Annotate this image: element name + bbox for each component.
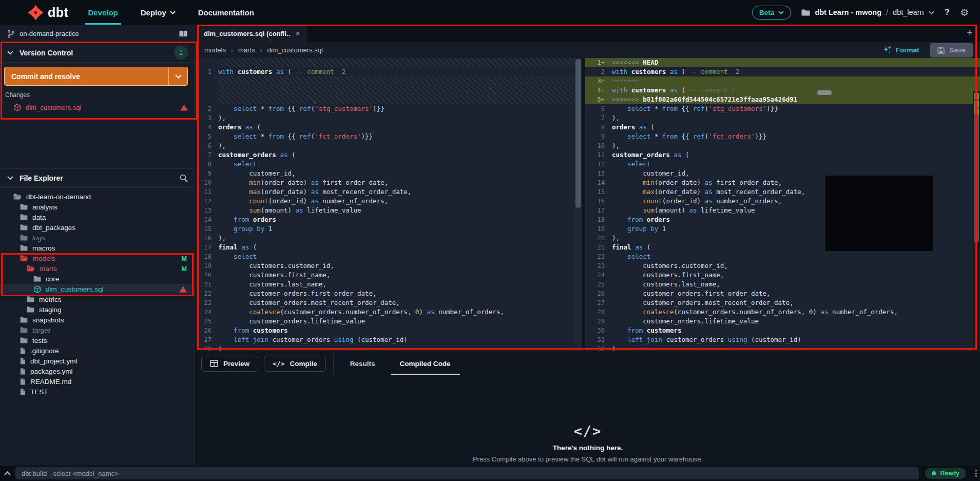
breadcrumb-segment[interactable]: models [204,46,226,54]
code-line-content: orders as ( [218,123,575,132]
line-number: 24 [585,271,612,280]
line-number: 16 [196,234,218,243]
compile-label: Compile [290,360,317,368]
tree-item-dbt-packages[interactable]: dbt_packages [0,222,195,233]
tree-item-readme-md[interactable]: README.md [0,376,195,387]
breadcrumb: models›marts›dim_customers.sql [204,46,883,54]
nav-item-deploy[interactable]: Deploy [141,0,176,25]
code-line: 12 select [585,160,980,169]
code-line: 24 customers.first_name, [585,271,980,280]
code-line-content: select [218,252,575,261]
results-controls: Preview </> Compile ResultsCompiled Code [196,351,980,376]
code-line-content [218,86,575,95]
diff-editor: 1with customers as ( -- comment 22 selec… [196,58,980,351]
tree-item-metrics[interactable]: metrics [0,294,195,304]
code-line-content: left join customer_orders using (custome… [612,335,980,344]
line-number: 13 [585,169,612,178]
compile-button[interactable]: </> Compile [264,356,326,372]
kebab-menu-icon[interactable]: ⋮ [972,469,980,478]
tree-item-tests[interactable]: tests [0,335,195,345]
chevron-up-icon[interactable] [0,471,15,475]
close-icon[interactable]: × [296,29,300,37]
beta-dropdown[interactable]: Beta [752,6,791,20]
black-overlay-box [825,176,933,251]
breadcrumb-segment[interactable]: marts [238,46,255,54]
code-line-content: from customers [612,326,980,335]
commit-button-label[interactable]: Commit and resolve [5,67,168,85]
tree-item-dbt-learn-on-demand[interactable]: dbt-learn-on-demand [0,191,195,202]
command-input[interactable] [15,467,919,479]
new-tab-button[interactable]: + [964,27,976,39]
code-line-content: customer_id, [218,169,575,178]
table-icon [210,360,218,367]
code-icon: </> [196,423,980,439]
line-number: 15 [196,224,218,234]
tree-item-label: logs [32,234,187,242]
branch-row[interactable]: on-demand-practice [0,25,195,43]
line-number: 13 [196,206,218,215]
breadcrumb-segment[interactable]: dim_customers.sql [267,46,322,54]
breadcrumb-separator: › [231,47,233,54]
environment-name[interactable]: dbt_learn [893,8,924,16]
nav-item-develop[interactable]: Develop [88,0,118,25]
nav-item-documentation[interactable]: Documentation [198,0,254,25]
scrollbar-thumb[interactable] [575,59,581,208]
sparkle-icon [883,46,892,54]
tree-item-core[interactable]: core [0,274,195,284]
tree-item-staging[interactable]: staging [0,304,195,315]
docs-book-icon[interactable] [179,30,188,37]
diff-pane-left[interactable]: 1with customers as ( -- comment 22 selec… [196,58,575,351]
results-tab-compiled-code[interactable]: Compiled Code [392,351,459,376]
save-button[interactable]: Save [930,43,973,57]
line-number: 4 [196,123,218,132]
file-tree: dbt-learn-on-demandanalysisdatadbt_packa… [0,191,195,397]
line-number: 31 [585,335,612,344]
tree-item-packages-yml[interactable]: packages.yml [0,366,195,376]
tree-item-snapshots[interactable]: snapshots [0,315,195,325]
results-tab-results[interactable]: Results [342,351,383,376]
line-number: 22 [585,252,612,261]
changed-file-row[interactable]: dim_customers.sql [0,102,195,113]
code-line-content: with customers as ( -- comment 2 [218,67,575,76]
gear-icon[interactable]: ⚙ [960,7,969,18]
project-name[interactable]: dbt Learn - mwong [815,8,881,16]
code-line-content: select * from {{ ref('stg_customers')}} [612,104,980,113]
tree-item-test[interactable]: TEST [0,387,195,397]
code-line-content: customers.customer_id, [612,261,980,271]
diff-mark [974,108,979,114]
tree-item-logs[interactable]: logs [0,233,195,243]
line-number: 11 [196,187,218,197]
dbt-logo[interactable]: dbt [0,0,88,25]
code-line-content [218,76,575,86]
tree-item-analysis[interactable]: analysis [0,202,195,212]
tree-item-dbt-project-yml[interactable]: dbt_project.yml [0,356,195,366]
commit-dropdown-toggle[interactable] [168,67,187,85]
tree-item-dim-customers-sql[interactable]: dim_customers.sql [0,284,195,294]
version-control-header[interactable]: Version Control 1 [0,43,195,63]
line-number: 26 [585,289,612,298]
line-number: 26 [196,326,218,335]
code-line: 13 sum(amount) as lifetime_value [196,206,575,215]
line-number: 29 [585,317,612,326]
search-icon[interactable] [180,174,188,182]
editor-tab-dim-customers[interactable]: dim_customers.sql (confli... × [196,25,306,42]
help-icon[interactable]: ? [945,7,950,17]
tree-item-target[interactable]: target [0,325,195,335]
line-number: 23 [585,261,612,271]
chevron-down-icon[interactable] [929,11,934,14]
tree-item-models[interactable]: modelsM [0,253,195,263]
scrollbar-thumb[interactable] [974,92,979,242]
file-icon [20,358,26,364]
tree-item-macros[interactable]: macros [0,243,195,253]
code-line: 29 customer_orders.lifetime_value [585,317,980,326]
file-explorer-header[interactable]: File Explorer [0,168,195,188]
commit-and-resolve-button[interactable]: Commit and resolve [4,67,188,86]
overview-ruler[interactable] [973,91,980,351]
tree-item-data[interactable]: data [0,212,195,222]
left-pane-scrollbar[interactable] [575,58,582,351]
format-button[interactable]: Format [883,46,919,54]
tree-item--gitignore[interactable]: .gitignore [0,345,195,356]
tree-item-marts[interactable]: martsM [0,263,195,274]
results-tabs: ResultsCompiled Code [334,351,459,376]
preview-button[interactable]: Preview [201,356,258,372]
